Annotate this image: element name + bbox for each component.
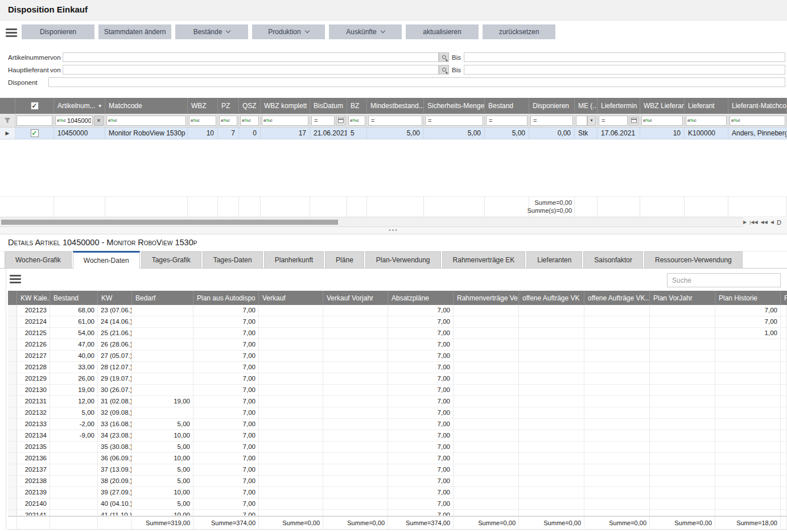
column-header-bestand[interactable]: Bestand	[50, 291, 98, 305]
table-row[interactable]: 20213939 (27.09.)10,007,007,00	[8, 487, 787, 498]
column-header-plan-historie[interactable]: Plan Historie	[715, 291, 781, 305]
hauptlieferant-search-button[interactable]	[439, 65, 449, 75]
row-checkbox-checked-icon[interactable]: ✓	[31, 129, 39, 137]
filter-input[interactable]: a%c	[219, 116, 237, 126]
column-header-bz[interactable]: BZ	[347, 98, 367, 114]
filter-cell-disponieren[interactable]: =	[529, 114, 575, 127]
matchcode-filter-icon[interactable]: a%c	[263, 118, 273, 123]
filter-cell-pz[interactable]: a%c	[218, 114, 239, 127]
filter-input[interactable]: a%c1045000	[55, 116, 93, 126]
select-all-checkbox-icon[interactable]: ✓	[31, 102, 39, 110]
button-produktion[interactable]: Produktion	[252, 24, 325, 39]
column-header-lieferant-matchcode[interactable]: Lieferant-Matchcode	[728, 98, 787, 114]
filter-input[interactable]: =	[486, 116, 528, 126]
button-bestände[interactable]: Bestände	[175, 24, 248, 39]
filter-input[interactable]: =	[530, 116, 573, 126]
button-auskünfte[interactable]: Auskünfte	[329, 24, 402, 39]
dropdown-arrow-icon[interactable]: ▾	[587, 116, 596, 126]
column-header-kw[interactable]: KW	[98, 291, 132, 305]
equals-operator-icon[interactable]: =	[370, 117, 376, 124]
menu-icon[interactable]	[6, 28, 17, 37]
filter-input[interactable]: =	[425, 116, 483, 126]
hauptlieferant-bis-input[interactable]	[464, 67, 785, 76]
hauptlieferant-von-input[interactable]	[63, 67, 438, 76]
filter-input[interactable]: =	[599, 116, 628, 126]
filter-input[interactable]: a%c	[348, 116, 365, 126]
tab-wochen-daten[interactable]: Wochen-Daten	[73, 251, 140, 269]
filter-cell-bz[interactable]: a%c	[347, 114, 367, 127]
column-header-verkauf[interactable]: Verkauf	[259, 291, 323, 305]
filter-input[interactable]: a%c	[686, 116, 727, 126]
tab-saisonfaktor[interactable]: Saisonfaktor	[583, 251, 643, 268]
column-header-f[interactable]: F	[781, 291, 787, 305]
filter-cell-wbz-komplett[interactable]: a%c	[261, 114, 310, 127]
artikelnummer-von-input[interactable]	[63, 55, 438, 63]
filter-cell-qsz[interactable]: a%c	[239, 114, 261, 127]
column-header-plan-vorjahr[interactable]: Plan VorJahr	[650, 291, 715, 305]
search-input[interactable]	[667, 274, 780, 287]
matchcode-filter-icon[interactable]: a%c	[731, 118, 740, 123]
tab-lieferanten[interactable]: Lieferanten	[526, 251, 582, 268]
filter-input[interactable]: a%c	[240, 116, 259, 126]
topgrid-hscrollbar[interactable]	[0, 217, 743, 227]
artikelnummer-search-button[interactable]	[439, 52, 449, 62]
filter-input[interactable]: a%c	[106, 116, 186, 126]
equals-operator-icon[interactable]: =	[600, 117, 606, 124]
table-row[interactable]: 20212926,0029 (19.07.)7,007,00	[8, 373, 787, 385]
column-header-select[interactable]: ✓	[15, 98, 54, 114]
filter-input[interactable]: =	[311, 116, 335, 126]
table-row[interactable]: 202134-9,0034 (23.08.)10,007,007,00	[8, 430, 787, 442]
tab-tages-daten[interactable]: Tages-Daten	[203, 251, 263, 268]
column-header-plan-aus-autodispo[interactable]: Plan aus Autodispo	[193, 291, 259, 305]
matchcode-filter-icon[interactable]: a%c	[221, 118, 230, 123]
filter-input[interactable]: =	[368, 116, 422, 126]
column-header-pz[interactable]: PZ	[218, 98, 239, 114]
column-header-bestand[interactable]: Bestand	[485, 98, 529, 114]
filter-cell-sicherheits-menge[interactable]: =	[424, 114, 485, 127]
matchcode-filter-icon[interactable]: a%c	[242, 118, 251, 123]
column-header-verkauf-vorjahr[interactable]: Verkauf Vorjahr	[323, 291, 388, 305]
button-aktualisieren[interactable]: aktualisieren	[406, 24, 479, 39]
matchcode-filter-icon[interactable]: a%c	[108, 118, 117, 123]
scroll-next-icon[interactable]: ▶	[743, 220, 747, 225]
matchcode-filter-icon[interactable]: a%c	[687, 118, 697, 123]
button-disponieren[interactable]: Disponieren	[22, 24, 94, 39]
scrollbar-thumb[interactable]	[1, 220, 338, 225]
filter-input[interactable]: a%c	[641, 116, 683, 126]
calendar-icon[interactable]	[629, 116, 638, 126]
column-header-lieferant[interactable]: Lieferant	[685, 98, 728, 114]
panel-splitter[interactable]: •••	[0, 227, 787, 234]
equals-operator-icon[interactable]: =	[488, 117, 493, 124]
article-row[interactable]: ▶✓10450000Monitor RoboView 1530p10701721…	[0, 127, 787, 139]
equals-operator-icon[interactable]: =	[427, 117, 432, 124]
table-row[interactable]: 20213737 (13.09.)5,007,007,00	[8, 464, 787, 476]
column-header-offene-auftraege-vk-2[interactable]: offene Aufträge VK...	[584, 291, 650, 305]
table-row[interactable]: 20213636 (06.09.)10,007,007,00	[8, 453, 787, 464]
tab-pläne[interactable]: Pläne	[325, 251, 364, 268]
column-header-offene-auftraege-vk[interactable]: offene Aufträge VK	[519, 291, 584, 305]
column-header-mindestbestand[interactable]: Mindestbestand...	[367, 98, 424, 114]
matchcode-filter-icon[interactable]: a%c	[350, 118, 359, 123]
table-row[interactable]: 20214141 (11.10.)10,007,007,00	[8, 510, 787, 516]
column-header-me[interactable]: ME (...	[575, 98, 598, 114]
filter-cell-artikelnummer[interactable]: a%c1045000✕	[54, 114, 105, 127]
column-header-wbz[interactable]: WBZ	[188, 98, 218, 114]
equals-operator-icon[interactable]: =	[313, 117, 319, 124]
filter-cell-bisdatum[interactable]: =	[310, 114, 347, 127]
prev-page-icon[interactable]: ◀◀	[761, 220, 768, 225]
table-row[interactable]: 20212833,0028 (12.07.)7,007,00	[8, 362, 787, 373]
filter-cell-liefertermin[interactable]: =	[598, 114, 640, 127]
button-zurücksetzen[interactable]: zurücksetzen	[483, 24, 555, 39]
column-header-kw-kalender[interactable]: KW Kale...	[17, 291, 50, 305]
table-row[interactable]: 20212554,0025 (21.06.)7,007,001,00	[8, 328, 787, 339]
filter-cell-wbz-lieferant[interactable]: a%c	[640, 114, 685, 127]
filter-cell-matchcode[interactable]: a%c	[105, 114, 188, 127]
table-row[interactable]: 20212647,0026 (28.06.)7,007,00	[8, 339, 787, 350]
table-row[interactable]: 20212740,0027 (05.07.)7,007,00	[8, 350, 787, 362]
column-header-disponieren[interactable]: Disponieren	[529, 98, 575, 114]
filter-cell-row-indicator[interactable]	[0, 114, 15, 127]
column-header-qsz[interactable]: QSZ	[239, 98, 261, 114]
details-menu-icon[interactable]	[10, 275, 21, 283]
filter-input[interactable]: a%c	[262, 116, 308, 126]
column-header-row-indicator[interactable]	[0, 98, 15, 114]
